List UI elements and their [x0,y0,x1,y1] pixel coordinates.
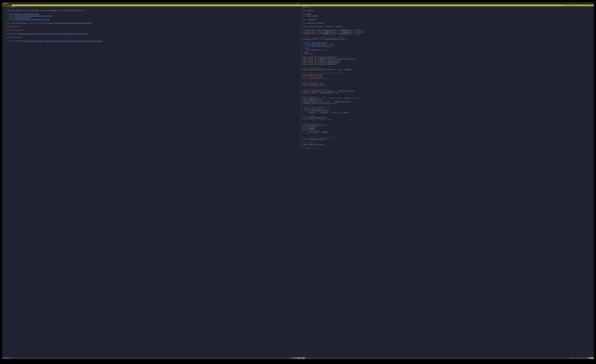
code-line[interactable]: 19nnoremap <silent> K :call ShowDocument… [298,38,594,40]
close-icon[interactable] [3,3,4,4]
code-line[interactable]: 19 [2,38,298,40]
code-line[interactable]: 46 [298,87,594,89]
code-line[interactable]: 59 \ call fzf#vim#ag(<q-args>, [298,110,594,112]
code-line[interactable]: 12## Screenshots [2,26,298,28]
code-line[interactable]: 48command! ProjectExplore exe 'Explore '… [298,90,594,92]
code-line[interactable]: 9 [298,21,594,22]
code-line[interactable]: 7- [nvim](https://neovim.io/) [2,17,298,19]
tmux-window-label[interactable]: [0] 0:nvim* [2,5,12,6]
code-line[interactable]: 45let g:rooter_manual_only = 1 [298,85,594,87]
code-line[interactable]: 38" vim-vinegar for directory browsing i… [298,72,594,74]
code-line[interactable]: 27endfunction [298,53,594,54]
code-line[interactable]: 4 [2,12,298,13]
code-line[interactable]: 10set completeopt-=preview [298,22,594,24]
code-line[interactable]: 28 [298,54,594,56]
code-line[interactable]: 17 [2,35,298,37]
code-line[interactable]: 47" Explore current project root [298,89,594,90]
code-line[interactable]: 76 [298,140,594,142]
zoom-icon[interactable] [7,3,8,4]
code-line[interactable]: 71 \ 'colorscheme': 'onedark', [298,131,594,133]
code-line[interactable]: 23 call CocActionAsync('doHover') [298,45,594,47]
code-line[interactable]: 41let g:netrw_localrmdir='rm -r' [298,78,594,80]
code-line[interactable]: 79 [298,146,594,148]
right-buffer[interactable]: 1syntax on23set hlsearch45set number6set… [298,6,594,357]
code-line[interactable]: 61 [298,113,594,115]
code-line[interactable]: 70let g:lightline = { [298,130,594,131]
code-line[interactable]: 80" Comment stuff out [298,148,594,149]
code-line[interactable]: 57" Make sure ag ignores file names [298,106,594,108]
left-pane[interactable]: 1# Dotfiles23This repo contains files to… [2,6,298,359]
code-line[interactable]: 2 [2,8,298,10]
code-line[interactable]: 42 [298,80,594,81]
code-line[interactable]: 8call plug#begin() [298,19,594,21]
code-line[interactable]: 6set relativenumber [298,15,594,17]
code-line[interactable]: 10For syntax highlighting I use [nvim-tr… [2,22,298,24]
code-line[interactable]: 3This repo contains files to configure m… [2,10,298,12]
code-line[interactable]: 68set laststatus=2 [298,126,594,128]
code-line[interactable]: 1syntax on [298,6,594,8]
code-line[interactable]: 43" Find root dir [298,81,594,83]
code-line[interactable]: 44Plug 'airblade/vim-rooter' [298,83,594,85]
code-line[interactable]: 55nnoremap <leader>p :ProjectFiles <ente… [298,103,594,104]
code-line[interactable]: 15inoremap <expr> <S-Tab> coc#pum#visibl… [298,31,594,33]
code-line[interactable]: 8- [coc.nvim](https://github.com/neoclid… [2,19,298,21]
code-line[interactable]: 13 [298,28,594,30]
code-line[interactable]: 50 [298,94,594,96]
code-line[interactable]: 78Plug 'tpope/vim-fugitive' [298,144,594,146]
code-line[interactable]: 67Plug 'itchyny/lightline.vim' [298,124,594,126]
code-line[interactable]: 72 \ } [298,133,594,135]
code-line[interactable]: 18### File browsing [2,37,298,38]
code-line[interactable]: 77" Git wrapper [298,142,594,144]
code-line[interactable]: 22 if CocAction('hasProvider', 'hover') [298,44,594,45]
code-line[interactable]: 14### Split screen view [2,30,298,31]
code-line[interactable]: 34 [298,65,594,67]
code-line[interactable]: 39Plug 'tpope/vim-vinegar' [298,74,594,76]
code-line[interactable]: 7 [298,17,594,19]
code-line[interactable]: 29nmap <silent> gd <Plug>(coc-definition… [298,56,594,58]
code-line[interactable]: 65 [298,121,594,122]
code-line[interactable]: 60 \ {'options': '--delimiter : --nth 4.… [298,112,594,113]
code-line[interactable]: 15 [2,31,298,33]
code-line[interactable]: 53Plug 'junegunn/fzf.vim' [298,99,594,101]
code-line[interactable]: 63Plug 'joshdick/onedark.vim' [298,117,594,119]
code-line[interactable]: 74" vim-gitgutter for git diffs in files [298,137,594,139]
code-line[interactable]: 75Plug 'airblade/vim-gitgutter' [298,139,594,140]
code-line[interactable]: 52Plug 'junegunn/fzf', { 'dir': '~/.fzf'… [298,97,594,99]
right-pane[interactable]: 1syntax on23set hlsearch45set number6set… [298,6,594,359]
code-line[interactable]: 37 [298,71,594,72]
code-line[interactable]: 54command! ProjectFiles exe 'Files ' . F… [298,101,594,103]
code-line[interactable]: 14inoremap <expr> <Tab> coc#pum#visible(… [298,30,594,31]
code-line[interactable]: 16![vim editor](https://raw.githubuserco… [2,33,298,35]
code-line[interactable]: 2 [298,8,594,10]
code-line[interactable]: 20 [298,40,594,42]
code-line[interactable]: 49nnoremap <leader>- :ProjectExplore <en… [298,92,594,94]
code-line[interactable]: 25 call feedkeys('K', 'in') [298,49,594,51]
code-line[interactable]: 17 [298,35,594,37]
code-line[interactable]: 31nmap <silent> gy <Plug>(coc-type-defin… [298,60,594,62]
code-line[interactable]: 51" Fuzzy finder [298,96,594,97]
code-line[interactable]: 5set number [298,13,594,15]
code-line[interactable]: 16inoremap <expr> <cr> coc#pum#visible()… [298,33,594,35]
code-line[interactable]: 11 [298,24,594,26]
code-line[interactable]: 20![vim file browsing](https://raw.githu… [2,40,298,42]
code-line[interactable]: 73 [298,135,594,137]
code-line[interactable]: 6- [Alacritty](https://github.com/alacri… [2,15,298,17]
code-line[interactable]: 13 [2,28,298,30]
code-line[interactable]: 35" Syntax highlighting [298,67,594,69]
code-line[interactable]: 26 endif [298,51,594,53]
code-line[interactable]: 5- [tmux](https://github.com/tmux/tmux) [2,13,298,15]
left-buffer[interactable]: 1# Dotfiles23This repo contains files to… [2,6,298,357]
code-line[interactable]: 12Plug 'neoclide/coc.nvim', {'branch': '… [298,26,594,28]
code-line[interactable]: 32nmap <silent> gi <Plug>(coc-implementa… [298,62,594,63]
code-line[interactable]: 3set hlsearch [298,10,594,12]
code-line[interactable]: 33nmap <silent> gr <Plug>(coc-references… [298,63,594,65]
code-line[interactable]: 40let g:netrw_keepdir = 0 [298,76,594,78]
code-line[interactable]: 56 [298,104,594,106]
code-line[interactable]: 66" status line [298,122,594,124]
code-line[interactable]: 69set noshowmode [298,128,594,130]
code-line[interactable]: 4 [298,12,594,13]
code-line[interactable]: 30nmap <silent> gv :rightbelow vsplit<CR… [298,58,594,60]
minimize-icon[interactable] [5,3,6,4]
code-line[interactable]: 1# Dotfiles [2,6,298,8]
code-line[interactable]: 21function! ShowDocumentation() [298,42,594,44]
